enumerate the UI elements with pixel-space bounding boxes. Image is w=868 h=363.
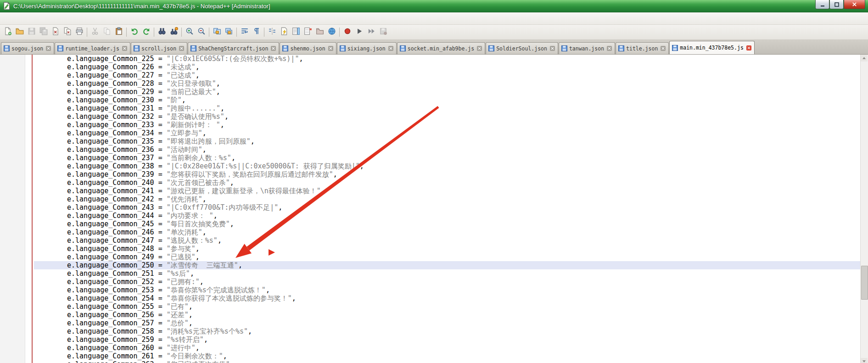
- tab-close-icon[interactable]: [328, 46, 333, 51]
- paste-button[interactable]: [113, 26, 125, 38]
- folder-as-workspace-button[interactable]: [314, 26, 326, 38]
- maximize-button[interactable]: [829, 0, 844, 9]
- close-all-button[interactable]: [62, 26, 73, 38]
- word-wrap-button[interactable]: [239, 26, 251, 38]
- fold-margin[interactable]: [25, 55, 34, 363]
- tab-close-icon[interactable]: [179, 46, 184, 51]
- code-line[interactable]: e.language_Common_225 = "|C:0x1EC605&T:(…: [34, 55, 860, 63]
- redo-button[interactable]: [140, 26, 152, 38]
- tab-close-icon[interactable]: [661, 46, 666, 51]
- print-button[interactable]: [73, 26, 85, 38]
- code-line[interactable]: e.language_Common_245 = "每日首次抽奖免费",: [34, 220, 860, 228]
- document-tab[interactable]: title.json: [616, 42, 669, 54]
- code-line[interactable]: e.language_Common_250 = "冰雪传奇 三端互通",: [34, 261, 860, 269]
- save-macro-button[interactable]: [377, 26, 389, 38]
- code-line[interactable]: e.language_Common_235 = "即将退出跨服，回到原服",: [34, 137, 860, 145]
- code-line[interactable]: e.language_Common_258 = "消耗%s元宝补齐%s个%s",: [34, 327, 860, 335]
- code-line[interactable]: e.language_Common_251 = "%s后",: [34, 269, 860, 278]
- document-tab[interactable]: runtime_loader.js: [55, 42, 130, 54]
- code-line[interactable]: e.language_Common_249 = "已逃脱",: [34, 253, 860, 261]
- tab-close-icon[interactable]: [46, 46, 51, 51]
- code-line[interactable]: e.language_Common_233 = "刷新倒计时： ",: [34, 121, 860, 129]
- code-line[interactable]: e.language_Common_242 = "优先消耗",: [34, 195, 860, 203]
- code-line[interactable]: e.language_Common_239 = "您将获得以下奖励，奖励在回到原…: [34, 170, 860, 179]
- tab-close-icon[interactable]: [388, 46, 393, 51]
- document-tab[interactable]: shenmo.json: [280, 42, 336, 54]
- code-line[interactable]: e.language_Common_262 = "您已完成再次充值": [34, 360, 860, 363]
- code-line[interactable]: e.language_Common_259 = "%s转开启",: [34, 335, 860, 344]
- scroll-up-icon[interactable]: [861, 55, 868, 61]
- document-map-button[interactable]: [290, 26, 302, 38]
- record-macro-button[interactable]: [342, 26, 353, 38]
- scrollbar-thumb[interactable]: [861, 266, 868, 300]
- code-line[interactable]: e.language_Common_227 = "已达成",: [34, 71, 860, 79]
- run-macro-multiple-button[interactable]: [365, 26, 377, 38]
- code-line[interactable]: e.language_Common_237 = "当前剩余人数：%s",: [34, 154, 860, 162]
- save-all-button[interactable]: [38, 26, 50, 38]
- new-file-button[interactable]: [2, 26, 14, 38]
- code-line[interactable]: e.language_Common_255 = "已有",: [34, 302, 860, 311]
- document-tab[interactable]: tanwan.json: [559, 42, 615, 54]
- tab-close-icon[interactable]: [607, 46, 612, 51]
- code-line[interactable]: e.language_Common_228 = "次日登录领取",: [34, 79, 860, 88]
- show-all-characters-button[interactable]: [251, 26, 263, 38]
- open-file-button[interactable]: [14, 26, 26, 38]
- code-line[interactable]: e.language_Common_240 = "次元首领已被击杀",: [34, 179, 860, 187]
- copy-button[interactable]: [101, 26, 113, 38]
- document-tab[interactable]: socket.min_afab9be.js: [397, 42, 485, 54]
- editor-surface[interactable]: e.language_Common_225 = "|C:0x1EC605&T:(…: [34, 55, 860, 363]
- code-line[interactable]: e.language_Common_236 = "活动时间",: [34, 145, 860, 154]
- document-tab[interactable]: sixiang.json: [337, 42, 397, 54]
- code-line[interactable]: e.language_Common_243 = "|C:0xff7700&T:内…: [34, 203, 860, 212]
- line-number-gutter[interactable]: [0, 55, 25, 363]
- code-line[interactable]: e.language_Common_261 = "今日剩余次数：",: [34, 352, 860, 360]
- document-tab[interactable]: ShaChengStarcraft.json: [188, 42, 279, 54]
- code-line[interactable]: e.language_Common_252 = "已拥有:",: [34, 278, 860, 286]
- document-tab[interactable]: SoldierSoul.json: [486, 42, 558, 54]
- view-in-browser-button[interactable]: [326, 26, 338, 38]
- code-line[interactable]: e.language_Common_231 = "跨服中......",: [34, 104, 860, 112]
- tab-close-icon[interactable]: [550, 46, 555, 51]
- code-line[interactable]: e.language_Common_248 = "参与奖",: [34, 245, 860, 253]
- code-line[interactable]: e.language_Common_253 = "恭喜你第%s个完成逃脱试炼！"…: [34, 286, 860, 294]
- zoom-in-button[interactable]: [184, 26, 196, 38]
- code-line[interactable]: e.language_Common_229 = "当前已达最大",: [34, 88, 860, 96]
- code-line[interactable]: e.language_Common_244 = "内功要求： ",: [34, 212, 860, 220]
- code-line[interactable]: e.language_Common_260 = "进行中",: [34, 344, 860, 352]
- document-list-button[interactable]: [302, 26, 314, 38]
- find-button[interactable]: [156, 26, 168, 38]
- vertical-scrollbar[interactable]: [860, 55, 868, 363]
- zoom-out-button[interactable]: [196, 26, 207, 38]
- code-line[interactable]: e.language_Common_257 = "总价",: [34, 319, 860, 327]
- document-tab[interactable]: scroll.json: [131, 42, 187, 54]
- code-line[interactable]: e.language_Common_256 = "还差",: [34, 311, 860, 319]
- code-line[interactable]: e.language_Common_226 = "未达成",: [34, 63, 860, 71]
- scroll-down-icon[interactable]: [861, 358, 868, 363]
- close-file-button[interactable]: [50, 26, 62, 38]
- minimize-button[interactable]: [815, 0, 829, 9]
- tab-close-icon[interactable]: [271, 46, 276, 51]
- sync-vertical-scroll-button[interactable]: [211, 26, 223, 38]
- document-tab[interactable]: sogou.json: [1, 42, 54, 54]
- code-line[interactable]: e.language_Common_241 = "游戏已更新，建议重新登录，\n…: [34, 187, 860, 195]
- close-button[interactable]: [844, 0, 865, 9]
- save-button[interactable]: [26, 26, 38, 38]
- indent-guide-button[interactable]: [266, 26, 278, 38]
- tab-close-icon[interactable]: [477, 46, 482, 51]
- code-line[interactable]: e.language_Common_232 = "是否确认使用%s",: [34, 112, 860, 121]
- tab-close-icon[interactable]: [122, 46, 127, 51]
- code-line[interactable]: e.language_Common_247 = "逃脱人数：%s",: [34, 236, 860, 245]
- undo-button[interactable]: [129, 26, 140, 38]
- function-list-button[interactable]: [278, 26, 290, 38]
- code-line[interactable]: e.language_Common_254 = "恭喜你获得了本次逃脱试炼的参与…: [34, 294, 860, 302]
- code-line[interactable]: e.language_Common_234 = "立即参与",: [34, 129, 860, 137]
- sync-horizontal-scroll-button[interactable]: [223, 26, 235, 38]
- code-line[interactable]: e.language_Common_238 = "|C:0x28ee01&T:%…: [34, 162, 860, 170]
- playback-macro-button[interactable]: [353, 26, 365, 38]
- replace-button[interactable]: [168, 26, 180, 38]
- document-tab[interactable]: main.min_437b78e5.js: [669, 41, 754, 54]
- cut-button[interactable]: [89, 26, 101, 38]
- code-line[interactable]: e.language_Common_230 = "阶",: [34, 96, 860, 104]
- code-line[interactable]: e.language_Common_246 = "单次消耗",: [34, 228, 860, 236]
- tab-close-icon[interactable]: [746, 45, 751, 50]
